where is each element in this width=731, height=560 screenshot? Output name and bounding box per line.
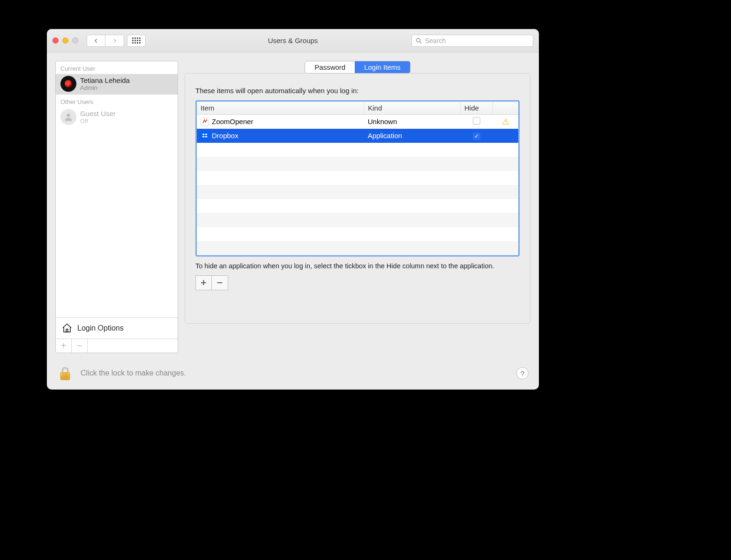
traffic-lights — [52, 37, 78, 44]
hint-text: To hide an application when you log in, … — [195, 261, 520, 271]
zoom-window-button[interactable] — [72, 37, 78, 44]
zoom-icon — [201, 118, 209, 126]
login-items-panel: These items will open automatically when… — [185, 73, 530, 324]
forward-button[interactable] — [105, 35, 124, 47]
warning-icon: ⚠ — [502, 117, 509, 126]
login-items-add-remove: + − — [195, 275, 228, 290]
search-input[interactable] — [425, 37, 529, 44]
add-user-button[interactable]: + — [56, 339, 72, 353]
table-row — [197, 241, 518, 255]
show-all-button[interactable] — [127, 35, 146, 47]
tab-login-items[interactable]: Login Items — [355, 61, 410, 73]
person-icon — [63, 112, 74, 122]
sidebar-add-remove: + − — [56, 339, 178, 353]
item-name: ZoomOpener — [212, 118, 253, 125]
svg-point-0 — [417, 38, 420, 42]
login-items-table[interactable]: Item Kind Hide — [195, 100, 520, 257]
table-row — [197, 157, 518, 171]
remove-user-button[interactable]: − — [72, 339, 88, 353]
svg-rect-3 — [66, 329, 68, 332]
footer: Click the lock to make changes. ? — [47, 361, 539, 390]
table-row — [197, 227, 518, 241]
user-name: Guest User — [80, 110, 116, 118]
chevron-left-icon — [94, 38, 98, 43]
item-kind: Unknown — [364, 115, 461, 129]
lock-text: Click the lock to make changes. — [81, 369, 186, 377]
tab-password[interactable]: Password — [305, 61, 355, 73]
hide-checkbox[interactable] — [473, 117, 480, 125]
svg-rect-4 — [60, 373, 70, 380]
table-row — [197, 143, 518, 157]
svg-line-1 — [420, 41, 422, 43]
user-role: Admin — [80, 84, 130, 91]
login-options-label: Login Options — [77, 324, 124, 332]
col-warn — [492, 102, 518, 115]
remove-login-item-button[interactable]: − — [212, 276, 228, 290]
hide-checkbox[interactable] — [473, 133, 480, 140]
search-field[interactable] — [411, 35, 533, 47]
main-panel: Password Login Items These items will op… — [185, 61, 530, 353]
table-row — [197, 171, 518, 185]
col-kind[interactable]: Kind — [364, 102, 461, 115]
item-kind: Application — [364, 129, 461, 143]
grid-icon — [132, 37, 141, 44]
col-item[interactable]: Item — [197, 102, 364, 115]
tabs: Password Login Items — [185, 61, 530, 74]
svg-point-2 — [67, 114, 70, 117]
home-icon — [61, 323, 73, 334]
sidebar-user-guest[interactable]: Guest User Off — [56, 107, 178, 128]
user-status: Off — [80, 118, 116, 125]
login-options-button[interactable]: Login Options — [56, 317, 178, 339]
preferences-window: Users & Groups Current User Tetiana Lehe… — [47, 29, 539, 390]
table-row[interactable]: Dropbox Application — [197, 129, 518, 143]
sidebar-user-current[interactable]: Tetiana Leheida Admin — [56, 74, 178, 95]
avatar — [60, 109, 76, 125]
panel-heading: These items will open automatically when… — [195, 87, 520, 95]
col-hide[interactable]: Hide — [461, 102, 493, 115]
dropbox-icon — [201, 132, 209, 140]
sidebar-extra-cell — [88, 339, 178, 353]
current-user-label: Current User — [56, 61, 178, 74]
table-row — [197, 185, 518, 199]
titlebar: Users & Groups — [47, 29, 539, 52]
item-name: Dropbox — [212, 132, 239, 140]
other-users-label: Other Users — [56, 95, 178, 107]
back-button[interactable] — [87, 35, 105, 47]
minimize-window-button[interactable] — [62, 37, 68, 44]
search-icon — [416, 37, 422, 44]
table-row[interactable]: ZoomOpener Unknown ⚠ — [197, 115, 518, 129]
lock-icon[interactable] — [57, 365, 73, 381]
chevron-right-icon — [112, 38, 117, 43]
help-button[interactable]: ? — [516, 367, 529, 379]
nav-buttons — [87, 35, 124, 47]
add-login-item-button[interactable]: + — [196, 276, 212, 290]
body: Current User Tetiana Leheida Admin Other… — [47, 52, 539, 361]
table-row — [197, 213, 518, 227]
users-sidebar: Current User Tetiana Leheida Admin Other… — [55, 61, 178, 353]
user-name: Tetiana Leheida — [80, 76, 130, 84]
table-row — [197, 199, 518, 213]
close-window-button[interactable] — [52, 37, 59, 44]
avatar — [60, 76, 76, 92]
